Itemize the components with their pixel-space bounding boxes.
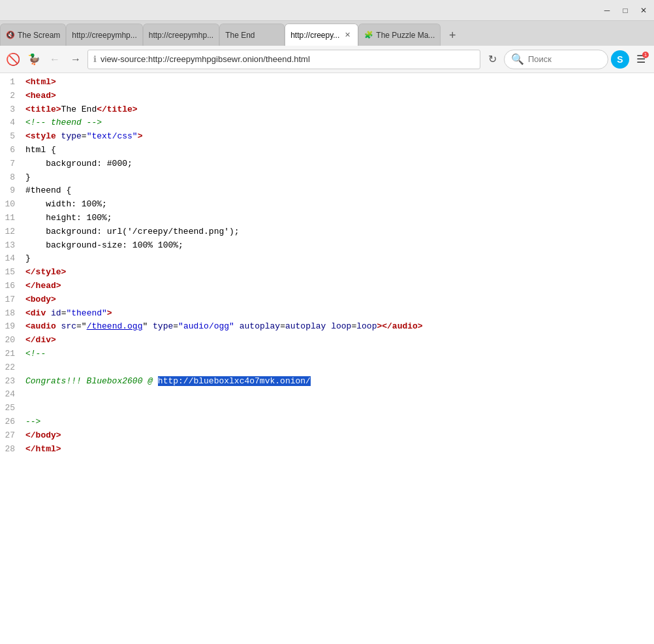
close-button[interactable]: ✕ — [636, 3, 651, 18]
text-token: #theend { — [25, 185, 71, 195]
tab-tab6[interactable]: 🧩The Puzzle Ma... — [358, 24, 441, 46]
source-line: 10 width: 100%; — [0, 198, 654, 212]
line-content — [23, 402, 654, 415]
tab-tab4[interactable]: The End — [219, 24, 285, 46]
line-number: 19 — [0, 320, 23, 334]
line-content: <style type="text/css"> — [23, 130, 654, 144]
tag-token: </style> — [25, 267, 66, 277]
line-number: 1 — [0, 76, 23, 89]
text-token: background: url('/creepy/theend.png'); — [25, 227, 240, 236]
source-line: 7 background: #000; — [0, 157, 654, 171]
line-number: 13 — [0, 239, 23, 253]
source-line: 27</body> — [0, 429, 654, 443]
attr-name-token: type — [61, 131, 82, 141]
extensions-icon[interactable]: 🦆 — [25, 50, 43, 69]
line-content: background: url('/creepy/theend.png'); — [23, 225, 654, 239]
tab-tab1[interactable]: 🔇The Scream — [0, 24, 66, 46]
text-token: } — [25, 253, 31, 263]
source-line: 19<audio src="/theend.ogg" type="audio/o… — [0, 320, 654, 334]
new-tab-button[interactable]: + — [443, 26, 461, 44]
minimize-button[interactable]: ─ — [599, 3, 615, 18]
line-content: background: #000; — [23, 157, 654, 171]
tab-label: The Puzzle Ma... — [376, 31, 435, 40]
tab-close-button[interactable]: ✕ — [342, 30, 352, 40]
line-number: 27 — [0, 429, 23, 443]
line-number: 7 — [0, 157, 23, 171]
source-line: 21<!-- — [0, 347, 654, 361]
congrats-token: Congrats!!! Bluebox2600 @ — [25, 376, 158, 386]
source-line: 14} — [0, 252, 654, 266]
line-content: </div> — [23, 334, 654, 347]
tab-label: http://creepy... — [290, 31, 339, 40]
line-content: <!-- — [23, 347, 654, 361]
line-number: 22 — [0, 361, 23, 375]
text-token: width: 100%; — [25, 199, 107, 209]
source-line: 8} — [0, 171, 654, 185]
search-bar[interactable]: 🔍 — [504, 50, 608, 69]
skype-icon[interactable]: S — [611, 50, 629, 69]
back-button[interactable]: ← — [46, 50, 64, 69]
line-content: Congrats!!! Bluebox2600 @ http://bluebox… — [23, 375, 654, 389]
forward-button[interactable]: → — [67, 50, 85, 69]
tab-tab3[interactable]: http://creepymhp... — [143, 24, 219, 46]
line-number: 8 — [0, 171, 23, 185]
comment-token: --> — [25, 417, 40, 427]
text-token — [234, 321, 240, 331]
tag-token: <audio — [25, 321, 61, 331]
title-bar: ─ □ ✕ — [0, 0, 654, 21]
tag-token: <div — [25, 308, 51, 318]
tag-token: <body> — [25, 295, 56, 304]
line-number: 11 — [0, 212, 23, 225]
attr-name-token: autoplay — [240, 321, 280, 331]
line-number: 12 — [0, 225, 23, 239]
link-token: /theend.ogg — [87, 321, 143, 331]
tab-label: The Scream — [18, 31, 60, 40]
line-number: 5 — [0, 130, 23, 144]
restore-button[interactable]: □ — [617, 3, 633, 18]
source-line: 25 — [0, 402, 654, 415]
tag-token: > — [138, 131, 143, 141]
browser-window: ─ □ ✕ 🔇The Screamhttp://creepymhp...http… — [0, 0, 654, 644]
nav-bar: 🚫 🦆 ← → ℹ view-source:http://creepymhpgi… — [0, 46, 654, 73]
info-icon[interactable]: ℹ — [93, 54, 97, 64]
source-content: 1<html>2<head>3<title>The End</title>4<!… — [0, 73, 654, 644]
menu-button[interactable]: ☰ 1 — [632, 50, 650, 69]
text-token: = — [82, 131, 87, 141]
source-line: 5<style type="text/css"> — [0, 130, 654, 144]
tab-icon: 🔇 — [6, 31, 15, 40]
text-token: = — [173, 321, 178, 331]
comment-token: <!-- theend --> — [25, 118, 102, 127]
text-token: } — [25, 172, 31, 182]
source-line: 2<head> — [0, 89, 654, 103]
tab-tab2[interactable]: http://creepymhp... — [66, 24, 142, 46]
line-number: 6 — [0, 144, 23, 157]
line-content: </head> — [23, 280, 654, 293]
source-line: 23Congrats!!! Bluebox2600 @ http://blueb… — [0, 375, 654, 389]
source-line: 20</div> — [0, 334, 654, 347]
line-number: 28 — [0, 443, 23, 457]
reload-button[interactable]: ↻ — [483, 50, 501, 69]
line-content — [23, 361, 654, 375]
tab-tab5[interactable]: http://creepy...✕ — [285, 24, 358, 46]
highlight-token: http://blueboxlxc4o7mvk.onion/ — [158, 376, 311, 386]
no-script-icon[interactable]: 🚫 — [4, 50, 22, 69]
line-content: <title>The End</title> — [23, 103, 654, 117]
line-content: height: 100%; — [23, 212, 654, 225]
attr-value-token: "audio/ogg" — [178, 321, 234, 331]
line-number: 10 — [0, 198, 23, 212]
source-line: 4<!-- theend --> — [0, 116, 654, 130]
address-bar[interactable]: ℹ view-source:http://creepymhpgibsewr.on… — [87, 50, 480, 69]
source-line: 13 background-size: 100% 100%; — [0, 239, 654, 253]
search-input[interactable] — [528, 54, 601, 64]
attr-name-token: loop — [356, 321, 377, 331]
line-content: background-size: 100% 100%; — [23, 239, 654, 253]
line-number: 9 — [0, 184, 23, 198]
line-number: 17 — [0, 293, 23, 307]
line-content: <!-- theend --> — [23, 116, 654, 130]
tag-token: <title> — [25, 105, 61, 114]
line-content: } — [23, 252, 654, 266]
line-content: </style> — [23, 266, 654, 280]
line-content: </body> — [23, 429, 654, 443]
window-controls: ─ □ ✕ — [599, 3, 651, 18]
line-content: width: 100%; — [23, 198, 654, 212]
